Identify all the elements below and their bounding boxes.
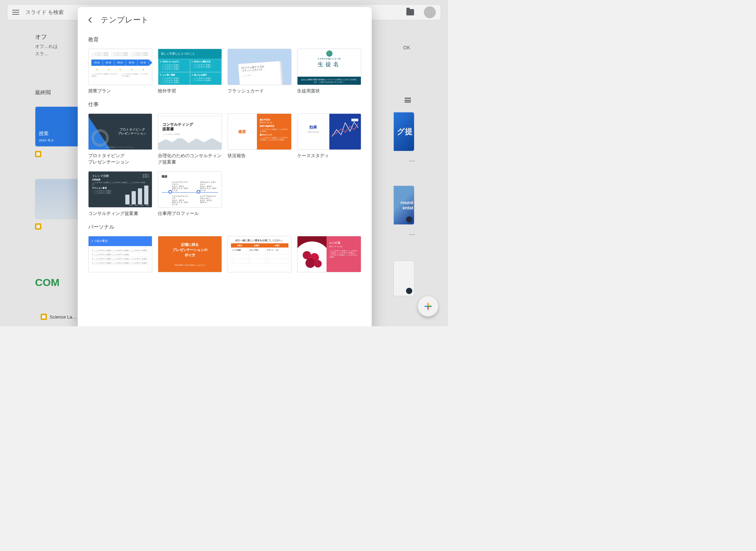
globe-icon xyxy=(326,50,332,57)
template-thumbnail: プロトタイピング プレゼンテーション 御社の製品とマーケティングチーム… xyxy=(88,113,152,150)
template-thumbnail: ここにテキストを挿入 ここにテキストを挿入ここにテキストを挿入 ここにテキストを… xyxy=(88,49,152,85)
template-case-study[interactable]: 効果XX% の売上増 ケーススタディ xyxy=(297,113,361,165)
template-thumbnail: ■ 項目 1■ 項目 2 トレンド分析 分析結果 ここにテキストを挿入 ここにテ… xyxy=(88,171,152,208)
template-thumbnail: レシピ名 30 分 • 4～6 人分 ここにテキストを挿入 ここにテキストを挿入… xyxy=(297,236,361,272)
template-name: 合理化のためのコンサルティング提案書 xyxy=(158,153,222,165)
template-gallery-modal: テンプレート 教育 ここにテキストを挿入 ここにテキストを挿入ここにテキストを挿… xyxy=(78,7,372,326)
modal-title: テンプレート xyxy=(101,15,149,25)
template-name: 生徒用賞状 xyxy=(297,88,361,94)
template-name: 授業プラン xyxy=(88,88,152,94)
template-name: ケーススタディ xyxy=(297,153,361,159)
template-recipe[interactable]: レシピ名 30 分 • 4～6 人分 ここにテキストを挿入 ここにテキストを挿入… xyxy=(297,236,361,272)
template-thumbnail: 概要 提出予定日20XX 年 / 月 / 日 前回の進捗状況ここにテキストを挿入… xyxy=(227,113,292,150)
template-prototyping[interactable]: プロトタイピング プレゼンテーション 御社の製品とマーケティングチーム… プロト… xyxy=(88,113,152,165)
template-name: 仕事用プロフィール xyxy=(158,210,222,217)
template-work-profile[interactable]: 職歴 エンジニアリング インターン会社名、都市名 20XX 年 X 月～20XX… xyxy=(158,171,222,217)
template-thumbnail: 1 つ目の要点 ここにテキストを挿入 ここにテキストを挿入 ここにテキストを挿入… xyxy=(88,236,152,272)
template-thumbnail: [スペイン語クイズの フラッシュカード]ここに日付 xyxy=(227,49,292,85)
template-weekend-plan[interactable]: ぜひ一緒に楽しい週末をお過ごしください。 木曜日金曜日土曜日 ハバナ散策…ポルコ… xyxy=(227,236,292,272)
template-thumbnail: 効果XX% の売上増 xyxy=(297,113,361,150)
template-name: 状況報告 xyxy=(227,153,292,159)
template-student-award[interactable]: 5 年生の今週のスター賞 生徒名 あなたは算数の課題で自発的にクラスメートを手伝… xyxy=(297,49,361,94)
svg-rect-0 xyxy=(351,119,358,121)
template-name: プロトタイピング プレゼンテーション xyxy=(88,153,152,165)
template-thumbnail: 新しく学習した 3 つのこと 1. 日本からつながり・ここにテキストを挿入・ここ… xyxy=(158,49,222,85)
template-thumbnail: 記憶に残る プレゼンテーションの 作り方 Chip Heath と Dan He… xyxy=(158,236,222,272)
section-title-work: 仕事 xyxy=(78,94,372,110)
template-thumbnail: コンサルティング 提案書ここにテキストを挿入。 xyxy=(158,113,222,150)
section-title-personal: パーソナル xyxy=(78,217,372,232)
template-name: フラッシュカード xyxy=(227,88,292,94)
template-consulting-proposal-2[interactable]: ■ 項目 1■ 項目 2 トレンド分析 分析結果 ここにテキストを挿入 ここにテ… xyxy=(88,171,152,217)
template-lesson-plan[interactable]: ここにテキストを挿入 ここにテキストを挿入ここにテキストを挿入 ここにテキストを… xyxy=(88,49,152,94)
template-name: 校外学習 xyxy=(158,88,222,94)
template-consulting-proposal[interactable]: コンサルティング 提案書ここにテキストを挿入。 合理化のためのコンサルティング提… xyxy=(158,113,222,165)
template-thumbnail: ぜひ一緒に楽しい週末をお過ごしください。 木曜日金曜日土曜日 ハバナ散策…ポルコ… xyxy=(227,236,292,272)
template-thumbnail: 職歴 エンジニアリング インターン会社名、都市名 20XX 年 X 月～20XX… xyxy=(158,171,222,208)
template-field-trip[interactable]: 新しく学習した 3 つのこと 1. 日本からつながり・ここにテキストを挿入・ここ… xyxy=(158,49,222,94)
template-name: コンサルティング提案書 xyxy=(88,210,152,217)
template-flashcards[interactable]: [スペイン語クイズの フラッシュカード]ここに日付 フラッシュカード xyxy=(227,49,292,94)
template-memorable-presentation[interactable]: 記憶に残る プレゼンテーションの 作り方 Chip Heath と Dan He… xyxy=(158,236,222,272)
section-title-education: 教育 xyxy=(78,29,372,45)
back-button[interactable] xyxy=(87,16,94,23)
template-thumbnail: 5 年生の今週のスター賞 生徒名 あなたは算数の課題で自発的にクラスメートを手伝… xyxy=(297,49,361,85)
template-points[interactable]: 1 つ目の要点 ここにテキストを挿入 ここにテキストを挿入 ここにテキストを挿入… xyxy=(88,236,152,272)
template-status-report[interactable]: 概要 提出予定日20XX 年 / 月 / 日 前回の進捗状況ここにテキストを挿入… xyxy=(227,113,292,165)
